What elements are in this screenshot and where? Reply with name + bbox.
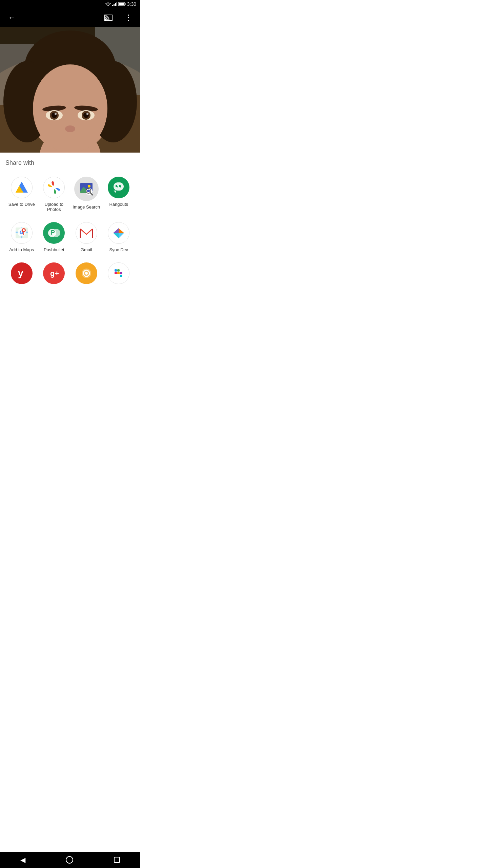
more-icon: ⋮ [125,13,132,22]
imagesearch-icon [79,181,94,196]
svg-rect-5 [125,3,125,5]
syncdev-icon [111,225,126,240]
battery-icon [118,2,126,6]
svg-rect-71 [117,272,120,274]
app-add-to-maps[interactable]: G Add to Maps [5,219,38,256]
hangouts-icon [112,181,125,194]
svg-rect-47 [117,186,118,188]
app-yelp[interactable]: y [5,259,38,288]
slack-icon [112,267,125,280]
more-options-button[interactable]: ⋮ [122,11,135,25]
app-save-to-drive[interactable]: Save to Drive [5,173,38,215]
svg-rect-49 [120,186,121,188]
app-sync-dev[interactable]: Sync Dev [103,219,135,256]
svg-rect-73 [120,275,122,277]
yelp-icon-container: y [11,262,33,284]
cast-button[interactable] [102,12,115,23]
svg-point-37 [52,185,56,190]
svg-point-67 [85,272,88,275]
photos-icon-container [43,177,65,198]
app-upload-to-photos[interactable]: Upload to Photos [38,173,70,215]
svg-marker-62 [113,233,119,238]
top-bar: ← ⋮ [0,8,140,27]
app-finder[interactable] [70,259,103,288]
wifi-icon [105,2,111,6]
imagesearch-icon-container [74,177,99,201]
photos-label: Upload to Photos [39,202,69,212]
pushbullet-icon: P [47,226,60,239]
yelp-icon: y [15,267,28,280]
syncdev-label: Sync Dev [109,247,128,252]
svg-rect-0 [112,5,113,6]
svg-marker-59 [119,228,124,233]
syncdev-icon-container [108,222,129,244]
svg-rect-69 [115,269,117,272]
app-gmail[interactable]: Gmail [70,219,103,256]
slack-icon-container [108,262,129,284]
top-bar-actions: ⋮ [102,11,135,25]
svg-rect-6 [119,3,124,5]
gplus-icon: g+ [47,267,60,280]
maps-icon-container: G [11,222,33,244]
svg-text:y: y [18,268,23,278]
imagesearch-label: Image Search [73,204,100,210]
finder-icon-container [76,262,97,284]
maps-label: Add to Maps [9,247,34,252]
pushbullet-icon-container: P [43,222,65,244]
gmail-icon-container [76,222,97,244]
gmail-icon [79,225,94,240]
portrait-image [0,27,140,153]
svg-point-40 [88,185,90,188]
svg-rect-68 [115,272,117,274]
svg-rect-3 [116,2,117,6]
hangouts-icon-container [108,177,129,198]
status-bar: 3:30 [0,0,140,8]
cast-icon [104,15,113,21]
photo-display [0,27,140,153]
app-image-search[interactable]: Image Search [70,173,103,215]
gmail-label: Gmail [81,247,92,252]
hangouts-label: Hangouts [109,202,128,207]
share-section: Share with Save to Drive [0,153,140,294]
pushbullet-label: Pushbullet [44,247,64,252]
app-grid-row1: Save to Drive Upload to Photos [5,173,135,215]
status-icons: 3:30 [105,1,136,7]
finder-icon [80,267,93,280]
svg-text:g+: g+ [50,269,59,278]
app-grid-row3: y g+ [5,259,135,288]
drive-label: Save to Drive [8,202,35,207]
drive-icon-container [11,177,33,198]
svg-text:P: P [51,229,55,236]
app-slack[interactable] [103,259,135,288]
svg-marker-60 [119,233,124,238]
svg-point-27 [55,113,57,115]
time-display: 3:30 [127,1,136,7]
back-button[interactable]: ← [5,11,18,25]
gplus-icon-container: g+ [43,262,65,284]
svg-point-28 [86,113,88,115]
drive-icon [15,181,28,194]
app-pushbullet[interactable]: P Pushbullet [38,219,70,256]
app-hangouts[interactable]: Hangouts [103,173,135,215]
signal-icon [112,2,117,6]
svg-point-44 [87,190,90,192]
svg-point-54 [23,229,25,231]
svg-rect-2 [115,3,116,6]
svg-rect-72 [120,272,122,274]
app-google-plus[interactable]: g+ [38,259,70,288]
svg-rect-1 [114,4,115,6]
svg-marker-61 [113,228,119,233]
share-title: Share with [5,159,135,166]
svg-rect-45 [114,182,124,191]
svg-point-29 [65,125,75,132]
photos-icon [46,180,61,195]
svg-rect-70 [117,269,120,272]
app-grid-row2: G Add to Maps P Pushbullet [5,219,135,256]
maps-icon: G [14,225,29,240]
